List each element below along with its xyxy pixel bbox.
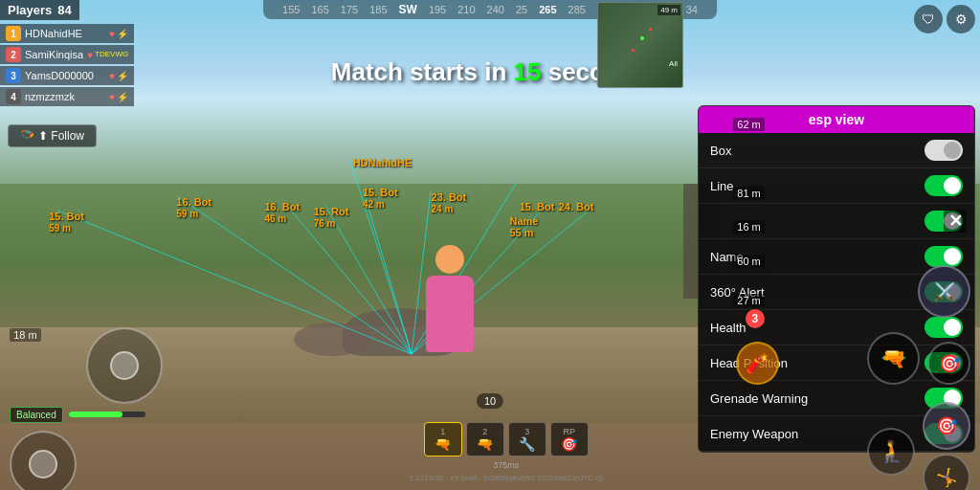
esp-box-label: Box [710, 144, 731, 158]
players-label: Players [8, 3, 52, 17]
movement-joystick[interactable] [10, 431, 77, 491]
player-rank-3: 3 [6, 68, 21, 83]
esp-line-toggle[interactable] [924, 175, 963, 196]
slot-icon-rp: 🎯 [561, 436, 577, 452]
character-head [435, 245, 464, 274]
player-name-2: SamiKinqisa [25, 49, 83, 60]
esp-name-toggle[interactable] [924, 246, 963, 267]
weapon-slot-2[interactable]: 2 🔫 [466, 422, 504, 457]
esp-box-toggle[interactable] [924, 140, 963, 161]
player-rank-2: 2 [6, 47, 21, 62]
compass-210: 210 [457, 4, 475, 15]
player-icon-ammo-3: ⚡ [117, 71, 128, 81]
player-character [412, 241, 488, 356]
player-rank-4: 4 [6, 89, 21, 104]
grenade-button[interactable]: 🧨 [736, 342, 779, 385]
esp-line-label: Line [710, 179, 734, 193]
aim-joystick-knob [110, 351, 139, 380]
player-list: 1 HDNahidHE ♥ ⚡ 2 SamiKinqisa ♥ TDEVWG 3… [0, 24, 134, 106]
item-count: 10 [477, 393, 503, 409]
bot-label-16b: 16. Bot46 m [264, 201, 300, 224]
slot-num-rp: RP [564, 427, 576, 436]
prone-button[interactable]: 🤸 [923, 454, 970, 490]
weapon-slot-1[interactable]: 1 🔫 [424, 422, 462, 457]
compass-25: 25 [516, 4, 527, 15]
slot-icon-3: 🔧 [519, 436, 535, 452]
character-body [426, 276, 474, 352]
player-item-3: 3 YamsD000000 ♥ ⚡ [0, 66, 134, 85]
left-hud: Balanced [10, 407, 145, 491]
player-status-2: TDEVWG [95, 50, 128, 60]
settings-icon-btn[interactable]: ⚙ [947, 5, 975, 33]
player-name-3: YamsD000000 [25, 70, 105, 81]
health-bar [69, 412, 145, 417]
bot-label-23: 23. Bot24 m [432, 191, 467, 214]
center-hud: 1 🔫 2 🔫 3 🔧 RP 🎯 375ms 2.2115/38 - eY7mM… [410, 422, 603, 482]
minimap[interactable]: 49 m All [597, 2, 683, 88]
minimap-all-label: All [669, 59, 678, 68]
bottom-right-btns: 🔫 🎯 [867, 332, 970, 385]
player-icon-ammo: ⚡ [117, 29, 128, 39]
shield-icon-btn[interactable]: 🛡 [914, 5, 943, 33]
crouch-button[interactable]: 🧎 [867, 428, 915, 476]
player-icon-health-4: ♥ [109, 92, 115, 102]
fire-btns: 🎯 🤸 [923, 402, 970, 490]
slot-num-1: 1 [440, 427, 445, 436]
weapon-slot-rp[interactable]: RP 🎯 [550, 422, 589, 457]
slot-num-2: 2 [482, 427, 487, 436]
aim-joystick[interactable] [86, 327, 163, 404]
compass-240: 240 [487, 4, 504, 15]
players-number: 84 [57, 3, 71, 17]
parachute-icon: 🪂 [20, 129, 34, 143]
bottom-hud: Balanced 1 🔫 2 🔫 3 🔧 [0, 413, 980, 490]
balanced-badge: Balanced [10, 407, 63, 423]
compass-175: 175 [341, 4, 358, 15]
side-dist-27m: 27 m [733, 294, 764, 307]
bot-label-15c: 15. Bot42 m [363, 187, 398, 210]
player-item-2: 2 SamiKinqisa ♥ TDEVWG [0, 45, 134, 64]
players-count-bar: Players 84 [0, 0, 79, 20]
bot-label-hdnahid: HDNahidHE [353, 157, 412, 168]
player-icon-health-2: ♥ [87, 50, 93, 60]
side-dist-81m: 81 m [733, 187, 764, 200]
fire-button[interactable]: 🔫 [867, 332, 920, 385]
player-item-4: 4 nzmzzmzk ♥ ⚡ [0, 87, 134, 106]
slot-num-3: 3 [524, 427, 529, 436]
joystick-knob [29, 450, 57, 479]
follow-label: ⬆ Follow [38, 129, 84, 143]
esp-close-button[interactable]: ✕ [944, 210, 967, 233]
compass-165: 165 [311, 4, 328, 15]
follow-button[interactable]: 🪂 ⬆ Follow [8, 124, 97, 147]
side-dist-16m: 16 m [733, 220, 764, 234]
weapon-slot-3[interactable]: 3 🔧 [508, 422, 546, 457]
bot-label-24: 24. Bot [559, 201, 594, 212]
aim-joystick-ring[interactable] [86, 327, 163, 404]
minimap-distance: 49 m [657, 5, 680, 15]
match-seconds: 15 [514, 57, 542, 86]
top-right-icons: 🛡 ⚙ [914, 5, 975, 33]
slot-icon-2: 🔫 [477, 436, 493, 452]
player-icon-ammo-4: ⚡ [117, 92, 128, 102]
health-fill [69, 412, 122, 417]
name-label: Name55 m [509, 215, 538, 238]
compass-195: 195 [429, 4, 446, 15]
compass-155: 155 [282, 4, 300, 15]
snipe-button[interactable]: 🎯 [927, 342, 970, 385]
combat-button[interactable]: ⚔️ [918, 265, 970, 318]
player-name-4: nzmzzmzk [25, 91, 105, 102]
compass-185: 185 [369, 4, 387, 15]
esp-row-box: Box [699, 133, 974, 168]
right-hud: 🧎 🎯 🤸 [867, 402, 970, 490]
player-item-1: 1 HDNahidHE ♥ ⚡ [0, 24, 134, 43]
compass-265: 265 [539, 4, 556, 15]
player-name-1: HDNahidHE [25, 28, 105, 39]
esp-health-label: Health [710, 321, 746, 335]
status-row: Balanced [10, 407, 145, 423]
compass-285: 285 [568, 4, 586, 15]
compass-34: 34 [686, 4, 698, 15]
bot-label-16a: 16. Bot59 m [176, 196, 212, 219]
ping-info: 375ms [493, 460, 519, 470]
side-dist-18m: 18 m [10, 328, 40, 342]
aim-button[interactable]: 🎯 [923, 402, 970, 450]
bot-label-15d: 15. Bot [520, 201, 555, 212]
